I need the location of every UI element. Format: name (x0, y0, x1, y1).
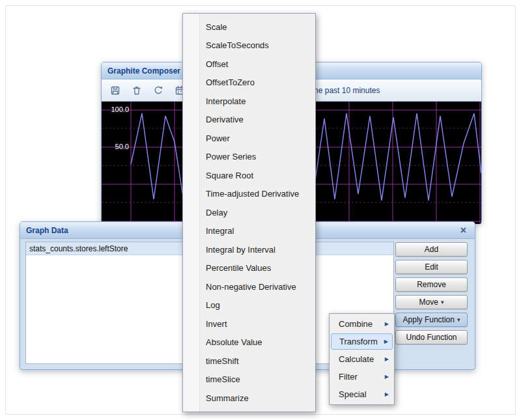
menu-item-interpolate[interactable]: Interpolate (183, 92, 315, 111)
menu-item-offset[interactable]: Offset (183, 55, 315, 74)
close-button[interactable]: × (458, 225, 469, 236)
remove-button-label: Remove (417, 280, 446, 289)
menu-item-label: Log (206, 300, 220, 310)
apply-function-menu: Combine ▶ Transform ▶ Calculate ▶ Filter… (329, 313, 395, 405)
menu-item-label: Combine (339, 319, 373, 329)
menu-item-label: Derivative (206, 115, 244, 124)
menu-item-absolute-value[interactable]: Absolute Value (183, 333, 315, 352)
menu-item-transform[interactable]: Transform ▶ (331, 333, 393, 350)
menu-item-label: Time-adjusted Derivative (206, 189, 299, 199)
menu-item-combine[interactable]: Combine ▶ (330, 315, 394, 333)
menu-item-derivative[interactable]: Derivative (183, 111, 315, 130)
menu-item-summarize[interactable]: Summarize (183, 389, 315, 408)
menu-item-scale[interactable]: Scale (183, 18, 315, 36)
menu-item-non-negative-derivative[interactable]: Non-negative Derivative (183, 277, 315, 296)
undo-function-button[interactable]: Undo Function (395, 330, 468, 344)
add-button[interactable]: Add (395, 242, 468, 257)
menu-item-integral[interactable]: Integral (183, 222, 315, 241)
edit-button-label: Edit (425, 262, 438, 272)
menu-item-label: Offset (206, 59, 228, 69)
menu-item-scaletoseconds[interactable]: ScaleToSeconds (183, 36, 315, 55)
menu-item-calculate[interactable]: Calculate ▶ (330, 350, 394, 368)
dropdown-arrow-icon: ▾ (441, 300, 444, 305)
add-button-label: Add (425, 245, 438, 254)
menu-item-timeslice[interactable]: timeSlice (183, 371, 315, 389)
menu-item-label: ScaleToSeconds (206, 40, 269, 50)
submenu-arrow-icon: ▶ (385, 321, 389, 327)
menu-item-label: Percentile Values (206, 263, 271, 273)
menu-item-square-root[interactable]: Square Root (183, 166, 315, 185)
menu-item-label: Absolute Value (206, 337, 262, 347)
menu-item-label: Calculate (339, 354, 374, 364)
menu-item-label: Summarize (206, 393, 249, 403)
close-icon: × (460, 225, 466, 236)
submenu-arrow-icon: ▶ (385, 374, 389, 380)
menu-item-label: OffsetToZero (206, 77, 255, 87)
trash-icon (132, 85, 142, 96)
menu-item-power[interactable]: Power (183, 129, 315, 148)
save-icon (110, 85, 120, 96)
move-button[interactable]: Move ▾ (395, 295, 468, 309)
submenu-arrow-icon: ▶ (385, 391, 389, 397)
menu-item-offsettozero[interactable]: OffsetToZero (183, 74, 315, 92)
submenu-arrow-icon: ▶ (384, 339, 388, 344)
apply-function-button-label: Apply Function (403, 315, 455, 324)
refresh-button[interactable] (150, 83, 166, 98)
move-button-label: Move (419, 298, 438, 307)
menu-item-label: Square Root (206, 171, 253, 180)
menu-item-label: Non-negative Derivative (206, 282, 296, 292)
menu-item-power-series[interactable]: Power Series (183, 148, 315, 167)
graph-data-title: Graph Data (26, 226, 68, 235)
menu-item-label: timeShift (206, 356, 239, 366)
menu-item-label: Power Series (206, 152, 256, 161)
dropdown-arrow-icon: ▾ (457, 317, 460, 323)
menu-item-time-adjusted-derivative[interactable]: Time-adjusted Derivative (183, 185, 315, 204)
menu-item-label: Integral (206, 226, 234, 236)
menu-item-timeshift[interactable]: timeShift (183, 352, 315, 371)
apply-function-button[interactable]: Apply Function ▾ (395, 313, 468, 327)
menu-item-label: Scale (206, 22, 227, 32)
refresh-icon (153, 85, 163, 96)
menu-item-label: Filter (339, 372, 358, 382)
composer-title: Graphite Composer (107, 66, 180, 76)
transform-submenu: Scale ScaleToSeconds Offset OffsetToZero… (182, 13, 316, 412)
menu-item-label: timeSlice (206, 374, 240, 384)
y-axis-label: 50.0 (106, 143, 129, 150)
menu-item-delay[interactable]: Delay (183, 203, 315, 222)
menu-item-label: Interpolate (206, 96, 246, 106)
remove-button[interactable]: Remove (395, 277, 468, 292)
menu-item-label: Delay (206, 208, 227, 217)
delete-button[interactable] (129, 83, 145, 98)
menu-item-percentile-values[interactable]: Percentile Values (183, 259, 315, 278)
menu-item-filter[interactable]: Filter ▶ (330, 368, 394, 385)
menu-item-log[interactable]: Log (183, 296, 315, 315)
menu-item-invert[interactable]: Invert (183, 315, 315, 333)
undo-function-button-label: Undo Function (406, 333, 457, 342)
save-button[interactable] (107, 83, 123, 98)
menu-item-label: Transform (339, 337, 378, 346)
menu-item-label: Power (206, 133, 230, 143)
edit-button[interactable]: Edit (395, 260, 468, 274)
submenu-arrow-icon: ▶ (385, 356, 389, 362)
menu-item-label: Integral by Interval (206, 245, 275, 255)
menu-item-integral-by-interval[interactable]: Integral by Interval (183, 240, 315, 259)
y-axis-label: 100.0 (106, 105, 129, 113)
menu-item-label: Special (339, 389, 367, 399)
menu-item-label: Invert (206, 319, 227, 329)
menu-item-special[interactable]: Special ▶ (330, 385, 394, 403)
